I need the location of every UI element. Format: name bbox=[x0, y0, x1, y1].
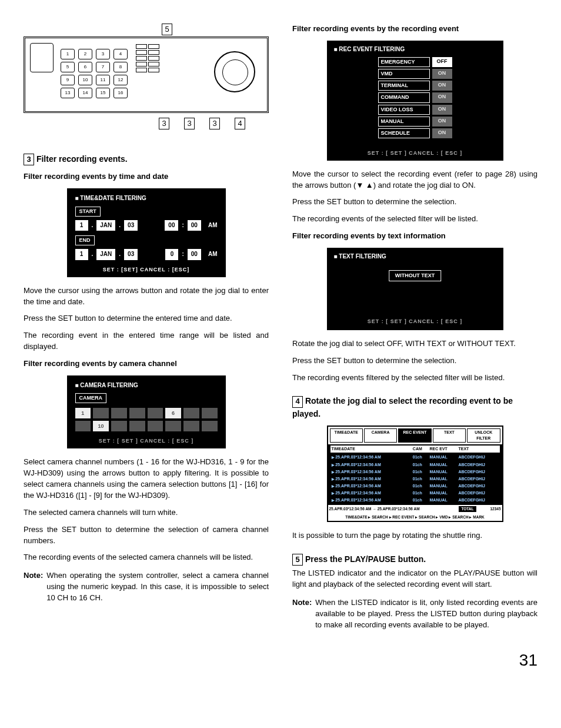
cam-8 bbox=[202, 408, 218, 418]
row-evt: MANUAL bbox=[429, 454, 458, 461]
row-timedate: 25.APR.03*12:34:56 AM bbox=[330, 490, 407, 497]
td-panel-title: TIME&DATE FILTERING bbox=[75, 194, 218, 203]
list-row: 25.APR.03*12:34:56 AM01chMANUALABCDEFGHI… bbox=[330, 490, 500, 497]
camera-grid: 1 6 10 bbox=[75, 408, 218, 431]
rec-panel-title: REC EVENT FILTERING bbox=[327, 41, 503, 58]
list-tab: TIME&DATE bbox=[330, 428, 363, 443]
list-tab: TEXT bbox=[433, 428, 466, 443]
text-panel-footer: SET : [ SET ] CANCEL : [ ESC ] bbox=[327, 318, 503, 325]
row-evt: MANUAL bbox=[429, 490, 458, 497]
row-cam: 01ch bbox=[406, 461, 428, 468]
step-3-number: 3 bbox=[24, 154, 34, 165]
row-text: ABCDEFGHIJ bbox=[457, 468, 499, 476]
rec-row: COMMANDON bbox=[327, 92, 503, 102]
rec-row-value: ON bbox=[432, 105, 452, 115]
start-hour: 00 bbox=[165, 220, 178, 231]
end-ampm: AM bbox=[208, 250, 218, 259]
text-p3: The recording events filtered by the sel… bbox=[292, 373, 537, 384]
rec-row-value: ON bbox=[432, 69, 452, 79]
rec-row-value: ON bbox=[432, 128, 452, 138]
subhead-camera: Filter recording events by camera channe… bbox=[24, 358, 269, 370]
cam-6: 6 bbox=[165, 408, 181, 418]
total-label: TOTAL bbox=[459, 506, 476, 511]
callout-top-5: 5 bbox=[162, 24, 172, 35]
callout-3a: 3 bbox=[159, 118, 169, 129]
time-date-filtering-panel: TIME&DATE FILTERING START 1 . JAN . 03 0… bbox=[67, 188, 226, 277]
step-4-number: 4 bbox=[292, 396, 303, 408]
start-month: JAN bbox=[96, 220, 115, 231]
callout-4: 4 bbox=[235, 118, 245, 129]
note-left: Note: When operating the system controll… bbox=[24, 570, 269, 604]
step5-p1: The LISTED indicator and the indicator o… bbox=[292, 568, 537, 590]
cam-p3: Press the SET button to determine the se… bbox=[24, 524, 269, 547]
end-year: 03 bbox=[124, 249, 138, 260]
start-tab: START bbox=[75, 207, 101, 217]
start-day: 1 bbox=[75, 220, 88, 231]
note-left-body: When operating the system controller, se… bbox=[46, 570, 269, 604]
cam-2 bbox=[93, 408, 109, 418]
col-text: TEXT bbox=[457, 446, 499, 453]
page-number: 31 bbox=[24, 649, 537, 673]
step-5-number: 5 bbox=[292, 554, 303, 566]
rec-p3: The recording events of the selected fil… bbox=[292, 214, 537, 225]
row-text: ABCDEFGHIJ bbox=[457, 483, 499, 490]
row-evt: MANUAL bbox=[429, 476, 458, 483]
row-evt: MANUAL bbox=[429, 497, 458, 504]
callout-3b: 3 bbox=[184, 118, 195, 129]
rec-row-label: COMMAND bbox=[378, 92, 430, 102]
rec-row-label: SCHEDULE bbox=[378, 128, 430, 138]
row-evt: MANUAL bbox=[429, 468, 458, 476]
subhead-rec-event: Filter recording events by the recording… bbox=[292, 24, 537, 35]
text-panel-title: TEXT FILTERING bbox=[334, 252, 496, 261]
event-list-panel: TIME&DATECAMERAREC EVENTTEXTUNLOCK FILTE… bbox=[327, 426, 503, 522]
list-row: 25.APR.03*12:34:56 AM01chMANUALABCDEFGHI… bbox=[330, 483, 500, 490]
row-cam: 01ch bbox=[406, 468, 428, 476]
cam-12 bbox=[129, 421, 145, 431]
cam-11 bbox=[111, 421, 127, 431]
row-evt: MANUAL bbox=[429, 483, 458, 490]
cam-10: 10 bbox=[93, 421, 109, 431]
rec-row-label: VIDEO LOSS bbox=[378, 105, 430, 115]
td-p3: The recording event in the entered time … bbox=[24, 330, 269, 353]
step-4-title-a: Rotate the jog dial to select bbox=[305, 396, 415, 405]
cam-13 bbox=[148, 421, 163, 431]
total-value: 12345 bbox=[477, 506, 501, 511]
subhead-time-date: Filter recording events by time and date bbox=[24, 171, 269, 182]
cam-3 bbox=[111, 408, 127, 418]
row-cam: 01ch bbox=[406, 454, 428, 461]
cam-7 bbox=[183, 408, 199, 418]
td-panel-footer: SET : [SET] CANCEL : [ESC] bbox=[75, 266, 218, 274]
note-right-body: When the LISTED indicator is lit, only l… bbox=[315, 597, 537, 631]
rec-p1: Move the cursor to select the recording … bbox=[292, 169, 537, 191]
cam-p2: The selected camera channels will turn w… bbox=[24, 507, 269, 518]
rec-row-value: OFF bbox=[432, 57, 452, 67]
rec-row-value: ON bbox=[432, 117, 452, 127]
row-text: ABCDEFGHIJ bbox=[457, 497, 499, 504]
list-tab: CAMERA bbox=[364, 428, 397, 443]
note-right-label: Note: bbox=[292, 597, 312, 631]
step-3-heading: 3 Filter recording events. bbox=[24, 153, 269, 165]
text-p1: Rotate the jog dial to select OFF, WITH … bbox=[292, 338, 537, 350]
text-filter-value: WITHOUT TEXT bbox=[389, 270, 442, 281]
range-span: 25.APR.03*12:34:56 AM → 25.APR.03*12:34:… bbox=[329, 506, 458, 511]
end-min: 00 bbox=[188, 249, 201, 260]
row-cam: 01ch bbox=[406, 497, 428, 504]
td-p2: Press the SET button to determine the en… bbox=[24, 313, 269, 324]
rec-row: SCHEDULEON bbox=[327, 128, 503, 138]
camera-tab: CAMERA bbox=[75, 393, 107, 403]
rec-panel-footer: SET : [ SET ] CANCEL : [ ESC ] bbox=[327, 149, 503, 161]
rec-row: TERMINALON bbox=[327, 81, 503, 91]
step-5-title: Press the PLAY/PAUSE button. bbox=[305, 554, 426, 564]
end-hour: 0 bbox=[165, 249, 178, 260]
start-ampm: AM bbox=[208, 221, 218, 230]
row-text: ABCDEFGHIJ bbox=[457, 476, 499, 483]
rec-row-label: TERMINAL bbox=[378, 81, 430, 91]
col-cam: CAM bbox=[406, 446, 428, 453]
row-timedate: 25.APR.03*12:34:56 AM bbox=[330, 468, 407, 476]
step-3-title: Filter recording events. bbox=[36, 154, 128, 164]
cam-p1: Select camera channel numbers (1 - 16 fo… bbox=[24, 457, 269, 501]
end-month: JAN bbox=[96, 249, 115, 260]
cam-p4: The recording events of the selected cam… bbox=[24, 552, 269, 563]
row-text: ABCDEFGHIJ bbox=[457, 454, 499, 461]
text-p2: Press the SET button to determine the se… bbox=[292, 355, 537, 367]
